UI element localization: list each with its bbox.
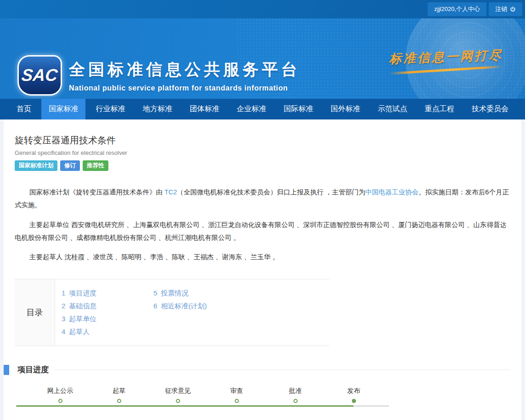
timeline-step-label: 征求意见 xyxy=(165,387,191,395)
link-tc2[interactable]: TC2 xyxy=(164,188,177,196)
paragraph-drafting-units: 主要起草单位 西安微电机研究所 、上海赢双电机有限公司 、浙江巨龙自动化设备有限… xyxy=(15,218,510,244)
timeline-step-drafting: 起草 xyxy=(113,387,125,403)
timeline-step-published: 发布 xyxy=(347,387,360,403)
toc-text: 基础信息 xyxy=(69,302,96,310)
tag-revision: 修订 xyxy=(60,160,80,171)
nav-item-pilot-demonstration[interactable]: 示范试点 xyxy=(370,99,414,119)
timeline-step-label: 批准 xyxy=(289,387,302,395)
toc-num: 3 xyxy=(62,315,65,323)
user-account-button[interactable]: zjjl2020,个人中心 xyxy=(428,2,486,16)
page: zjjl2020,个人中心 注销 SAC 全国标准信息公共服务平台 Nation… xyxy=(0,0,525,420)
section-divider-line xyxy=(55,369,510,370)
section-accent-bar xyxy=(4,365,9,375)
tag-national-standard-plan: 国家标准计划 xyxy=(15,160,57,171)
toc-label: 目录 xyxy=(27,307,43,318)
timeline-step-approval: 批准 xyxy=(289,387,302,403)
toc-link-project-progress[interactable]: 1项目进度 xyxy=(62,287,153,300)
toc-label-cell: 目录 xyxy=(15,279,55,346)
toc-text: 项目进度 xyxy=(69,289,96,297)
logout-button[interactable]: 注销 xyxy=(489,2,522,16)
timeline-step-online-publicity: 网上公示 xyxy=(47,387,73,403)
nav-item-industry-standards[interactable]: 行业标准 xyxy=(89,99,133,119)
toc-num: 5 xyxy=(153,289,157,297)
timeline-step-label: 网上公示 xyxy=(47,387,73,395)
banner-slogan: 标准信息一网打尽 xyxy=(389,49,503,71)
nav-item-group-standards[interactable]: 团体标准 xyxy=(182,99,226,119)
timeline-step-review: 审查 xyxy=(230,387,243,403)
toc-link-basic-info[interactable]: 2基础信息 xyxy=(62,300,153,312)
standard-title: 旋转变压器通用技术条件 xyxy=(15,134,510,147)
toc-columns: 1项目进度 2基础信息 3起草单位 4起草人 5投票情况 6相近标准(计划) xyxy=(55,279,329,346)
timeline-step-dot xyxy=(117,399,121,403)
nav-item-national-standards[interactable]: 国家标准 xyxy=(41,99,85,119)
toc-column-2: 5投票情况 6相近标准(计划) xyxy=(153,287,245,338)
toc-column-1: 1项目进度 2基础信息 3起草单位 4起草人 xyxy=(62,287,153,338)
site-banner: SAC 全国标准信息公共服务平台 National public service… xyxy=(0,18,525,99)
nav-item-key-projects[interactable]: 重点工程 xyxy=(418,99,462,119)
sac-logo[interactable]: SAC xyxy=(17,55,62,96)
nav-item-local-standards[interactable]: 地方标准 xyxy=(135,99,180,119)
paragraph-overview: 国家标准计划《旋转变压器通用技术条件》由 TC2（全国微电机标准化技术委员会）归… xyxy=(15,186,510,212)
para1-text: 国家标准计划《旋转变压器通用技术条件》由 xyxy=(29,188,164,196)
section-header-project-progress: 项目进度 xyxy=(4,364,510,375)
tag-row: 国家标准计划 修订 推荐性 xyxy=(15,160,510,171)
nav-item-home[interactable]: 首页 xyxy=(9,99,39,119)
toc-text: 投票情况 xyxy=(161,289,188,297)
content-card: 旋转变压器通用技术条件 General specification for el… xyxy=(4,119,521,420)
timeline-step-dot xyxy=(235,399,239,403)
nav-item-foreign-standards[interactable]: 国外标准 xyxy=(323,99,367,119)
toc-link-voting-status[interactable]: 5投票情况 xyxy=(153,287,245,300)
nav-item-enterprise-standards[interactable]: 企业标准 xyxy=(229,99,273,119)
table-of-contents: 目录 1项目进度 2基础信息 3起草单位 4起草人 5投票情况 6相近标准(计划… xyxy=(15,279,329,346)
paragraph-drafters: 主要起草人 沈桂霞 、凌世茂 、陈昭明 、李浩 、陈耿 、王福杰 、谢海东 、兰… xyxy=(15,250,510,263)
main-navigation: 首页 国家标准 行业标准 地方标准 团体标准 企业标准 国际标准 国外标准 示范… xyxy=(0,99,525,119)
sac-logo-text: SAC xyxy=(21,66,59,85)
standard-title-english: General specification for electrical res… xyxy=(15,149,510,156)
toc-link-similar-standards[interactable]: 6相近标准(计划) xyxy=(153,300,245,312)
timeline-remaining-line xyxy=(354,405,389,407)
project-progress-timeline: 网上公示 起草 征求意见 审查 批准 xyxy=(16,387,389,411)
toc-num: 1 xyxy=(62,289,65,297)
main-area: 旋转变压器通用技术条件 General specification for el… xyxy=(0,119,525,420)
top-bar: zjjl2020,个人中心 注销 xyxy=(0,0,525,18)
site-title: 全国标准信息公共服务平台 xyxy=(69,59,300,80)
logout-label: 注销 xyxy=(495,5,507,13)
timeline-step-dot xyxy=(294,399,298,403)
site-title-block: 全国标准信息公共服务平台 National public service pla… xyxy=(69,59,300,92)
nav-item-international-standards[interactable]: 国际标准 xyxy=(277,99,321,119)
toc-num: 6 xyxy=(153,302,157,310)
timeline-step-dot xyxy=(352,399,356,403)
power-icon xyxy=(510,6,516,12)
toc-link-drafting-units[interactable]: 3起草单位 xyxy=(62,312,153,325)
site-subtitle: National public service platform for sta… xyxy=(69,84,300,92)
para1-text-mid: （全国微电机标准化技术委员会）归口上报及执行 ，主管部门为 xyxy=(177,188,365,196)
timeline-step-label: 审查 xyxy=(230,387,243,395)
tag-recommended: 推荐性 xyxy=(83,160,108,171)
timeline-step-label: 发布 xyxy=(347,387,360,395)
timeline-step-dot xyxy=(58,399,62,403)
slogan-text: 标准信息一网打尽 xyxy=(389,47,503,68)
article-body: 国家标准计划《旋转变压器通用技术条件》由 TC2（全国微电机标准化技术委员会）归… xyxy=(15,186,510,263)
toc-link-drafters[interactable]: 4起草人 xyxy=(62,325,153,338)
toc-text: 起草单位 xyxy=(69,315,96,323)
toc-num: 2 xyxy=(62,302,65,310)
timeline-step-soliciting-opinions: 征求意见 xyxy=(165,387,191,403)
toc-text: 相近标准(计划) xyxy=(161,302,207,310)
toc-num: 4 xyxy=(62,328,65,335)
section-title-project-progress: 项目进度 xyxy=(17,364,49,375)
nav-item-technical-committees[interactable]: 技术委员会 xyxy=(464,99,516,119)
timeline-completed-line xyxy=(16,405,354,407)
timeline-step-dot xyxy=(176,399,180,403)
toc-text: 起草人 xyxy=(69,328,90,335)
link-department[interactable]: 中国电器工业协会 xyxy=(365,188,418,196)
timeline-step-label: 起草 xyxy=(113,387,125,395)
